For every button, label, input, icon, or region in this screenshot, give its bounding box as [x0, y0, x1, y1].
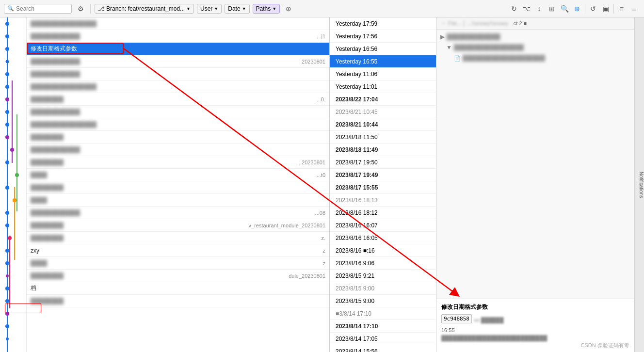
commit-row[interactable]: ████████████ ...j1: [27, 30, 329, 43]
search-icon: 🔍: [7, 5, 14, 12]
date-item[interactable]: Yesterday 11:06: [330, 68, 436, 80]
commit-row[interactable]: ████████ ...20230801: [27, 156, 329, 169]
commit-row[interactable]: ████████████████: [27, 80, 329, 93]
commit-row[interactable]: ████████████: [27, 144, 329, 156]
commit-row[interactable]: ████████████: [27, 106, 329, 118]
layout-icon[interactable]: ▣: [600, 3, 612, 15]
commit-message: ████████: [31, 184, 325, 191]
right-toolbar-icons: ↻ ⌥ ↕ ⊞ 🔍 ⊕ ↺ ▣ ≡ ≣: [508, 3, 640, 15]
date-button[interactable]: Date ▼: [225, 4, 249, 14]
svg-point-24: [5, 261, 9, 265]
commit-row[interactable]: ████████████: [27, 68, 329, 80]
commit-row[interactable]: ████████████ 20230801: [27, 55, 329, 68]
date-item[interactable]: Yesterday 11:01: [330, 80, 436, 93]
path-bar: ← File... │ ...\\snowy\\snowy ct 2 ■: [436, 17, 634, 30]
commit-row[interactable]: ████: [27, 194, 329, 207]
search-input[interactable]: [16, 5, 69, 12]
svg-point-16: [5, 160, 9, 164]
list-icon[interactable]: ≡: [616, 3, 628, 15]
refresh-icon[interactable]: ↻: [508, 3, 520, 15]
commit-graph-panel: ████████████████ ████████████ ...j1 修改日期…: [0, 17, 330, 352]
commit-row[interactable]: ████████████ ...08: [27, 207, 329, 219]
commit-row[interactable]: ████ ...t0: [27, 169, 329, 181]
date-item-selected[interactable]: Yesterday 16:55: [330, 55, 436, 68]
branch-icon: ⎇: [98, 5, 105, 12]
commit-row[interactable]: 档: [27, 282, 329, 295]
commit-row[interactable]: ████ z: [27, 257, 329, 270]
separator-3: [613, 4, 614, 14]
commit-row[interactable]: ████████████████: [27, 17, 329, 30]
commit-row[interactable]: ████████: [27, 181, 329, 194]
settings-icon[interactable]: ⚙: [75, 3, 86, 15]
sort-icon[interactable]: ↕: [533, 3, 545, 15]
search-box[interactable]: 🔍: [4, 4, 72, 14]
commit-row[interactable]: ████████ dule_20230801: [27, 270, 329, 282]
commit-tag: ...j1: [317, 33, 325, 39]
commit-tag: v_restaurant_module_20230801: [249, 223, 325, 228]
date-item[interactable]: 2023/8/18 11:50: [330, 131, 436, 144]
tree-item[interactable]: 📄 ████████████████████: [438, 53, 632, 64]
svg-point-25: [6, 274, 9, 277]
commit-tag: 20230801: [302, 59, 325, 64]
date-item[interactable]: 2023/8/16 16:05: [330, 232, 436, 244]
notifications-label: Notifications: [639, 172, 644, 198]
date-item[interactable]: 2023/8/15 9:21: [330, 270, 436, 282]
date-item[interactable]: 2023/8/14 17:05: [330, 333, 436, 345]
date-panel: Yesterday 17:59 Yesterday 17:56 Yesterda…: [330, 17, 436, 352]
date-item[interactable]: 2023/8/16 16:07: [330, 219, 436, 232]
date-item[interactable]: 2023/8/17 15:55: [330, 181, 436, 194]
date-item[interactable]: 2023/8/14 15:56: [330, 345, 436, 352]
branch-label: Branch: feat/restaurant_mod...: [106, 5, 185, 12]
commit-tag: ...0.: [317, 96, 325, 102]
date-item[interactable]: Yesterday 17:56: [330, 30, 436, 43]
commit-message: ████: [31, 172, 315, 178]
date-item[interactable]: 2023/8/21 10:44: [330, 118, 436, 131]
separator-1: [90, 4, 91, 14]
branch-button[interactable]: ⎇ Branch: feat/restaurant_mod... ▼: [95, 4, 194, 14]
date-item[interactable]: 2023/8/14 17:10: [330, 320, 436, 333]
date-item[interactable]: 2023/8/16 18:13: [330, 194, 436, 207]
commit-row[interactable]: ████████: [27, 131, 329, 144]
branch-view-icon[interactable]: ⊞: [546, 3, 558, 15]
commit-row[interactable]: ████████████████: [27, 118, 329, 131]
date-item[interactable]: Yesterday 17:59: [330, 17, 436, 30]
date-item[interactable]: ■3/8/14 17:10: [330, 307, 436, 320]
paths-button[interactable]: Paths ▼: [253, 4, 280, 14]
paths-dropdown-icon: ▼: [272, 6, 276, 11]
date-item[interactable]: 2023/8/15 9:00: [330, 282, 436, 295]
svg-point-28: [5, 312, 9, 316]
date-item[interactable]: 2023/8/17 19:50: [330, 156, 436, 169]
svg-point-11: [5, 97, 9, 101]
commit-row-selected[interactable]: 修改日期格式参数: [27, 43, 329, 55]
commit-row[interactable]: ████████ v_restaurant_module_20230801: [27, 219, 329, 232]
date-item[interactable]: 2023/8/16 9:06: [330, 257, 436, 270]
svg-point-15: [10, 148, 14, 152]
project-text: ct 2 ■: [514, 20, 527, 26]
svg-point-19: [13, 198, 16, 202]
cherry-pick-icon[interactable]: ⌥: [521, 3, 532, 15]
bookmark-icon[interactable]: ⊕: [283, 3, 294, 15]
user-button[interactable]: User ▼: [197, 4, 222, 14]
commit-row[interactable]: zxy z: [27, 244, 329, 257]
tree-item[interactable]: ▶ █████████████: [438, 32, 632, 42]
date-item[interactable]: 2023/8/18 11:49: [330, 144, 436, 156]
date-item[interactable]: 2023/8/21 10:45: [330, 106, 436, 118]
commit-row[interactable]: ████████ ...0.: [27, 93, 329, 106]
search-commits-icon[interactable]: 🔍: [559, 3, 570, 15]
date-item[interactable]: 2023/8/17 19:49: [330, 169, 436, 181]
file-tree: ▶ █████████████ ▼ █████████████████ 📄 ██…: [436, 30, 634, 299]
date-item[interactable]: Yesterday 16:56: [330, 43, 436, 55]
settings2-icon[interactable]: ≣: [628, 3, 640, 15]
commit-message: ████: [31, 260, 321, 267]
date-item[interactable]: 2023/8/15 9:00: [330, 295, 436, 307]
commit-row[interactable]: ████████: [27, 295, 329, 307]
commit-message: ████████████████: [31, 83, 325, 90]
date-item[interactable]: 2023/8/16 ■:16: [330, 244, 436, 257]
fetch-icon[interactable]: ⊕: [571, 3, 583, 15]
tree-item[interactable]: ▼ █████████████████: [438, 42, 632, 53]
date-item[interactable]: 2023/8/22 17:04: [330, 93, 436, 106]
date-item[interactable]: 2023/8/16 18:12: [330, 207, 436, 219]
undo-icon[interactable]: ↺: [587, 3, 599, 15]
commit-row[interactable]: ████████ z.: [27, 232, 329, 244]
commit-message: ████████: [31, 96, 315, 103]
